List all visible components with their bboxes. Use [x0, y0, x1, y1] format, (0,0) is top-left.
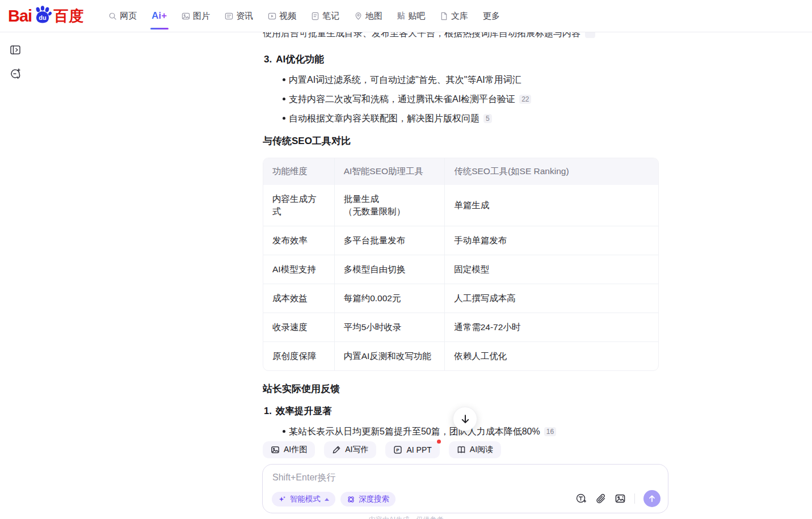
chat-input-box[interactable]: 智能模式 深度搜索 [262, 464, 668, 513]
tieba-icon: 贴 [397, 11, 405, 21]
logo-text-cn: 百度 [53, 6, 84, 26]
ai-feature-list: 内置AI词过滤系统，可自动过滤"首先、其次"等AI常用词汇 支持内容二次改写和洗… [263, 74, 662, 125]
tab-video[interactable]: 视频 [260, 0, 304, 32]
ai-ppt-button[interactable]: P AI PPT [385, 441, 439, 458]
chat-input[interactable] [272, 472, 590, 487]
answer-content: 使用后台可批量生成目录、发布至各大平台，根据热搜词库自动拓展标题与内容 3. A… [263, 32, 662, 437]
send-button[interactable] [643, 490, 660, 507]
pen-icon [332, 445, 341, 454]
map-pin-icon [354, 12, 363, 20]
svg-text:P: P [397, 448, 400, 453]
scroll-to-bottom-button[interactable] [453, 407, 477, 431]
book-icon [457, 445, 466, 454]
column-header: 功能维度 [263, 158, 334, 185]
mode-pills: 智能模式 深度搜索 [272, 492, 396, 507]
tab-images[interactable]: 图片 [174, 0, 217, 32]
search-icon [108, 12, 117, 20]
column-header: AI智能SEO助理工具 [334, 158, 444, 185]
collapse-panel-icon[interactable] [9, 44, 22, 56]
document-icon [440, 12, 448, 20]
new-chat-icon[interactable] [9, 67, 22, 80]
tab-webpage[interactable]: 网页 [101, 0, 144, 32]
left-rail [0, 32, 30, 519]
section-heading-feedback: 站长实际使用反馈 [263, 382, 662, 395]
table-row: 成本效益 每篇约0.002元 人工撰写成本高 [263, 284, 658, 313]
image-icon [182, 12, 190, 20]
logo-text-bai: Bai [8, 7, 32, 26]
nav-tabs: 网页 Ai+ 图片 资讯 视频 笔记 地图 贴 贴吧 [101, 0, 507, 32]
video-icon [268, 12, 276, 20]
sparkle-icon [278, 495, 287, 504]
ai-write-button[interactable]: AI写作 [324, 441, 376, 458]
deep-search-toggle[interactable]: 深度搜索 [340, 492, 396, 507]
image-icon [271, 445, 280, 454]
chat-bottom-panel: AI作图 AI写作 P AI PPT AI阅读 智能模式 [0, 437, 812, 519]
news-icon [225, 12, 233, 20]
baidu-paw-icon: du [32, 5, 53, 25]
ppt-icon: P [393, 445, 402, 454]
smart-mode-selector[interactable]: 智能模式 [272, 492, 335, 507]
citation-badge[interactable]: 16 [544, 427, 556, 436]
notification-dot [437, 440, 441, 444]
tab-ai-plus[interactable]: Ai+ [144, 0, 174, 32]
text-tool-icon[interactable] [575, 493, 587, 504]
ai-draw-button[interactable]: AI作图 [263, 441, 315, 458]
active-tab-underline [150, 28, 169, 29]
citation-badge[interactable]: 22 [519, 95, 531, 104]
tab-maps[interactable]: 地图 [347, 0, 390, 32]
caret-up-icon [325, 498, 329, 501]
table-row: 内容生成方式 批量生成 （无数量限制） 单篇生成 [263, 185, 658, 226]
table-header-row: 功能维度 AI智能SEO助理工具 传统SEO工具(如SE Ranking) [263, 158, 658, 185]
table-row: AI模型支持 多模型自由切换 固定模型 [263, 255, 658, 284]
top-nav: Bai du 百度 网页 Ai+ 图片 资讯 [0, 0, 812, 32]
svg-text:du: du [39, 14, 46, 21]
table-row: 收录速度 平均5小时收录 通常需24-72小时 [263, 313, 658, 341]
divider [634, 493, 635, 504]
ai-read-button[interactable]: AI阅读 [449, 441, 501, 458]
arrow-up-icon [647, 494, 657, 503]
list-item: 内置AI词过滤系统，可自动过滤"首先、其次"等AI常用词汇 [263, 74, 662, 86]
tab-notes[interactable]: 笔记 [304, 0, 347, 32]
ai-tools-toolbar: AI作图 AI写作 P AI PPT AI阅读 [263, 441, 501, 458]
table-row: 发布效率 多平台批量发布 手动单篇发布 [263, 226, 658, 255]
section-heading-ai-optimization: 3. AI优化功能 [263, 53, 662, 65]
citation-badge[interactable]: 5 [483, 114, 492, 123]
attachment-icon[interactable] [595, 493, 606, 504]
arrow-down-icon [460, 413, 471, 425]
table-row: 原创度保障 内置AI反测和改写功能 依赖人工优化 [263, 341, 658, 370]
list-item: 支持内容二次改写和洗稿，通过腾讯朱雀AI检测平台验证22 [263, 93, 662, 106]
deep-search-icon [347, 495, 355, 504]
list-item: 自动根据文章内容关联配图，解决图片版权问题5 [263, 112, 662, 125]
citation-badge [585, 32, 595, 38]
tab-more[interactable]: 更多 [476, 0, 507, 32]
note-icon [311, 12, 319, 20]
tab-wenku[interactable]: 文库 [432, 0, 476, 32]
upload-image-icon[interactable] [615, 493, 626, 504]
column-header: 传统SEO工具(如SE Ranking) [444, 158, 658, 185]
tab-tieba[interactable]: 贴 贴吧 [390, 0, 432, 32]
input-action-icons [575, 490, 660, 507]
ai-disclaimer: 内容由AI生成，仅供参考 [0, 515, 812, 519]
baidu-logo[interactable]: Bai du 百度 [8, 5, 84, 27]
section-heading-comparison: 与传统SEO工具对比 [263, 134, 662, 147]
clipped-text-line: 使用后台可批量生成目录、发布至各大平台，根据热搜词库自动拓展标题与内容 [263, 32, 662, 40]
tab-news[interactable]: 资讯 [217, 0, 260, 32]
seo-comparison-table: 功能维度 AI智能SEO助理工具 传统SEO工具(如SE Ranking) 内容… [263, 158, 659, 371]
